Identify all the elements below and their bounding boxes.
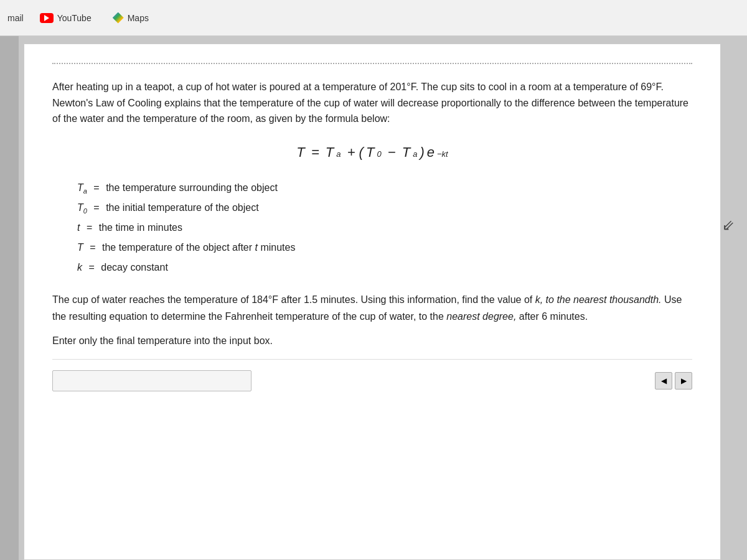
var-t0-equals: = xyxy=(91,198,102,218)
maps-tab[interactable]: Maps xyxy=(108,10,154,26)
youtube-icon xyxy=(40,13,54,23)
maps-icon xyxy=(113,12,124,24)
formula-equation: T = Ta + ( T0 − Ta ) e−kt xyxy=(296,144,448,161)
var-t0: T0 = the initial temperature of the obje… xyxy=(77,198,692,218)
formula-display: T = Ta + ( T0 − Ta ) e−kt xyxy=(52,144,692,161)
answer-input-box[interactable] xyxy=(52,370,251,391)
maps-label: Maps xyxy=(128,13,149,23)
var-T-symbol: T xyxy=(77,238,83,258)
k-italic: k, to the nearest thousandth. xyxy=(535,294,662,305)
var-t: t = the time in minutes xyxy=(77,218,692,238)
var-k-symbol: k xyxy=(77,258,82,278)
var-k-desc: decay constant xyxy=(101,258,168,278)
youtube-tab[interactable]: YouTube xyxy=(35,11,96,26)
prev-button[interactable]: ◀ xyxy=(655,372,672,390)
var-k: k = decay constant xyxy=(77,258,692,278)
problem-paragraph: The cup of water reaches the temperature… xyxy=(52,291,692,325)
browser-toolbar: mail YouTube Maps xyxy=(0,0,747,36)
var-ta-desc: the temperature surrounding the object xyxy=(106,178,278,198)
enter-instructions: Enter only the final temperature into th… xyxy=(52,335,692,347)
var-T-equals: = xyxy=(87,238,98,258)
intro-paragraph: After heating up in a teapot, a cup of h… xyxy=(52,79,692,127)
var-t-symbol: t xyxy=(77,218,80,238)
youtube-label: YouTube xyxy=(57,13,92,23)
var-ta: Ta = the temperature surrounding the obj… xyxy=(77,178,692,198)
dotted-divider xyxy=(52,63,692,64)
left-strip xyxy=(0,36,19,560)
var-t0-desc: the initial temperature of the object xyxy=(106,198,258,218)
right-panel: ⇘ xyxy=(728,36,747,560)
controls-area: ◀ ▶ xyxy=(655,372,692,390)
mail-tab[interactable]: mail xyxy=(7,13,24,23)
cursor-arrow-icon: ⇘ xyxy=(722,217,735,234)
var-ta-symbol: Ta xyxy=(77,178,87,198)
main-area: After heating up in a teapot, a cup of h… xyxy=(0,36,747,560)
var-t-desc: the time in minutes xyxy=(99,218,182,238)
var-t0-symbol: T0 xyxy=(77,198,87,218)
nearest-degree-italic: nearest degree, xyxy=(446,311,516,322)
content-panel: After heating up in a teapot, a cup of h… xyxy=(24,44,721,560)
variables-section: Ta = the temperature surrounding the obj… xyxy=(77,178,692,278)
var-k-equals: = xyxy=(86,258,97,278)
var-ta-equals: = xyxy=(91,178,102,198)
var-t-equals: = xyxy=(83,218,95,238)
bottom-input-area: ◀ ▶ xyxy=(52,359,692,396)
next-button[interactable]: ▶ xyxy=(675,372,692,390)
var-T: T = the temperature of the object after … xyxy=(77,238,692,258)
var-T-desc: the temperature of the object after t mi… xyxy=(102,238,295,258)
